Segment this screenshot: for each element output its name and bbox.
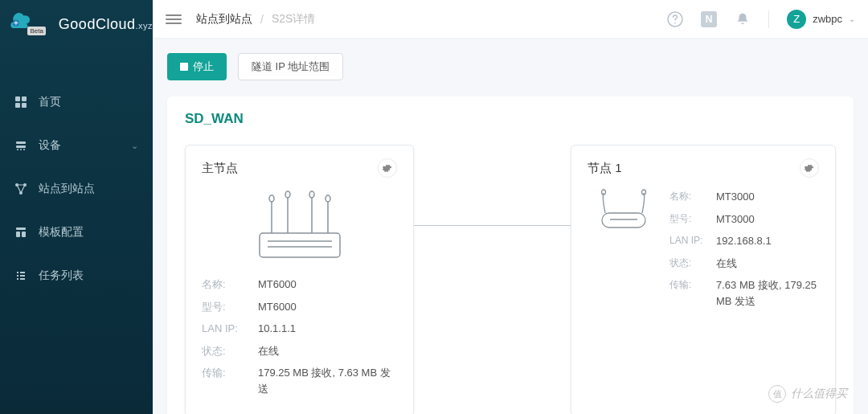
node-settings-button[interactable] — [800, 158, 819, 178]
sdwan-panel: SD_WAN 主节点 — [167, 96, 854, 414]
label-name: 名称: — [669, 189, 716, 205]
tunnel-ip-range-button[interactable]: 隧道 IP 地址范围 — [238, 53, 343, 80]
panel-title: SD_WAN — [185, 111, 836, 127]
chevron-down-icon: ⌄ — [849, 14, 855, 23]
label-model: 型号: — [202, 299, 258, 315]
nav: 首页 设备 ⌄ 站点到站点 模板配置 任务列表 — [0, 48, 153, 297]
logo[interactable]: Beta GoodCloud.xyz — [0, 0, 153, 48]
breadcrumb-leaf: S2S详情 — [272, 12, 315, 27]
node-status: 在线 — [716, 256, 737, 272]
svg-point-21 — [285, 191, 290, 198]
svg-rect-28 — [602, 213, 645, 227]
svg-point-25 — [326, 195, 330, 202]
svg-rect-17 — [260, 233, 340, 257]
label-status: 状态: — [669, 256, 716, 272]
svg-point-8 — [20, 149, 22, 150]
template-icon — [14, 226, 27, 239]
svg-point-23 — [309, 191, 314, 198]
nav-tasks[interactable]: 任务列表 — [0, 254, 153, 297]
label-model: 型号: — [669, 211, 716, 227]
node-card-main: 主节点 — [185, 145, 414, 414]
breadcrumb-sep: / — [260, 13, 264, 26]
topbar: 站点到站点 / S2S详情 N Z zwbpc ⌄ — [153, 0, 868, 39]
router-image — [240, 189, 360, 265]
stop-icon — [180, 63, 188, 71]
nav-devices[interactable]: 设备 ⌄ — [0, 124, 153, 167]
node-card-1: 节点 1 — [571, 145, 836, 414]
topbar-right: N Z zwbpc ⌄ — [667, 10, 855, 29]
node-name: MT6000 — [258, 277, 297, 293]
breadcrumb: 站点到站点 / S2S详情 — [196, 12, 315, 27]
site-to-site-icon — [14, 182, 27, 195]
svg-point-7 — [17, 149, 18, 150]
label-transfer: 传输: — [669, 277, 716, 309]
svg-point-19 — [269, 195, 274, 202]
label-lanip: LAN IP: — [202, 321, 258, 337]
node-model: MT6000 — [258, 299, 297, 315]
svg-rect-6 — [16, 146, 26, 148]
chevron-down-icon: ⌄ — [131, 141, 138, 151]
svg-rect-2 — [22, 96, 27, 101]
svg-rect-1 — [15, 96, 20, 101]
nodes-wrap: 主节点 — [185, 145, 836, 414]
node-title: 主节点 — [202, 161, 238, 176]
nav-tasks-label: 任务列表 — [39, 268, 84, 283]
router-image — [588, 189, 660, 233]
brand-name: GoodCloud.xyz — [59, 16, 153, 33]
node-settings-button[interactable] — [378, 158, 397, 178]
node-transfer: 179.25 MB 接收, 7.63 MB 发送 — [258, 365, 397, 396]
nav-template-label: 模板配置 — [39, 225, 84, 240]
node-title: 节点 1 — [588, 161, 622, 176]
nav-s2s-label: 站点到站点 — [39, 182, 95, 196]
sidebar: Beta GoodCloud.xyz 首页 设备 ⌄ 站点到站点 模板配置 — [0, 0, 153, 414]
svg-point-9 — [23, 149, 25, 150]
nav-devices-label: 设备 — [39, 138, 61, 153]
label-lanip: LAN IP: — [669, 233, 716, 249]
connection-line — [414, 225, 571, 226]
label-status: 状态: — [202, 343, 258, 359]
nav-home-label: 首页 — [39, 95, 61, 109]
stop-button[interactable]: 停止 — [167, 53, 227, 80]
dashboard-icon — [14, 96, 27, 109]
content: 停止 隧道 IP 地址范围 SD_WAN 主节点 — [153, 39, 868, 414]
main: 站点到站点 / S2S详情 N Z zwbpc ⌄ 停止 — [153, 0, 868, 414]
breadcrumb-root[interactable]: 站点到站点 — [196, 12, 252, 27]
avatar: Z — [787, 10, 806, 29]
nav-home[interactable]: 首页 — [0, 80, 153, 124]
menu-toggle[interactable] — [166, 14, 182, 24]
username: zwbpc — [813, 13, 842, 25]
svg-rect-5 — [16, 141, 26, 144]
label-name: 名称: — [202, 277, 258, 293]
svg-rect-14 — [16, 232, 20, 237]
beta-badge: Beta — [27, 27, 45, 35]
tasks-icon — [14, 269, 27, 282]
gear-icon — [383, 163, 392, 173]
svg-rect-4 — [22, 103, 27, 108]
help-icon[interactable] — [667, 11, 683, 27]
node-lanip: 192.168.8.1 — [716, 233, 772, 249]
bell-icon[interactable] — [735, 11, 751, 27]
tunnel-range-label: 隧道 IP 地址范围 — [252, 59, 330, 74]
stop-label: 停止 — [193, 59, 214, 74]
gear-icon — [805, 163, 814, 173]
action-bar: 停止 隧道 IP 地址范围 — [167, 53, 854, 80]
svg-rect-3 — [15, 103, 20, 108]
nav-site-to-site[interactable]: 站点到站点 — [0, 167, 153, 211]
devices-icon — [14, 139, 27, 152]
nav-template[interactable]: 模板配置 — [0, 211, 153, 254]
node-name: MT3000 — [716, 189, 755, 205]
n-badge-icon[interactable]: N — [701, 11, 717, 27]
svg-rect-15 — [22, 232, 26, 237]
label-transfer: 传输: — [202, 365, 258, 396]
user-menu[interactable]: Z zwbpc ⌄ — [787, 10, 855, 29]
node-model: MT3000 — [716, 211, 755, 227]
node-status: 在线 — [258, 343, 279, 359]
svg-rect-13 — [16, 227, 26, 230]
node-lanip: 10.1.1.1 — [258, 321, 296, 337]
node-transfer: 7.63 MB 接收, 179.25 MB 发送 — [716, 277, 819, 309]
